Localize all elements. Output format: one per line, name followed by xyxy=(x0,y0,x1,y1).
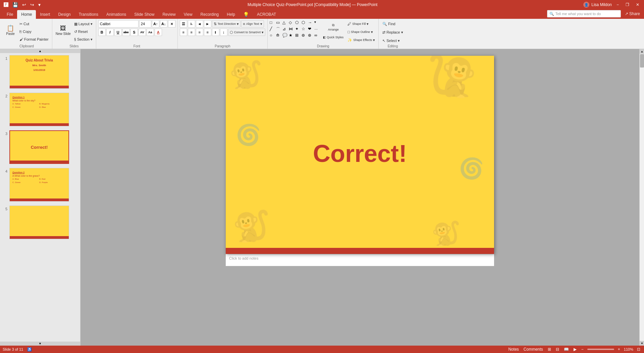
slide-item-1[interactable]: 1 Quiz About TriviaMrs. Smith1/31/2019 xyxy=(0,53,80,91)
zoom-in-button[interactable]: + xyxy=(617,347,621,352)
tab-review[interactable]: Review xyxy=(158,10,179,19)
decrease-font-button[interactable]: A↓ xyxy=(160,20,167,28)
shape-oval[interactable]: ○ xyxy=(270,33,276,39)
search-bar[interactable]: 🔍 Tell me what you want to do xyxy=(547,10,621,17)
italic-button[interactable]: I xyxy=(106,29,114,36)
tab-home[interactable]: Home xyxy=(17,10,36,19)
arrange-button[interactable]: ⧉ Arrange xyxy=(322,20,345,34)
increase-font-button[interactable]: A↑ xyxy=(152,20,159,28)
shape-custom5[interactable]: ❤ xyxy=(308,27,314,33)
align-center-button[interactable]: ≡ xyxy=(188,29,195,36)
slide-canvas[interactable]: 🐒 🐒 🐒 🐒 🌀 🌀 Correct! xyxy=(226,56,494,254)
shape-custom1[interactable]: ⊿ xyxy=(282,27,288,33)
scroll-track[interactable] xyxy=(640,54,644,341)
scroll-thumb[interactable] xyxy=(640,54,644,68)
slide-thumb-1[interactable]: Quiz About TriviaMrs. Smith1/31/2019 xyxy=(9,55,69,89)
tab-file[interactable]: File xyxy=(3,10,17,19)
slide-scroll-down[interactable]: ▼ xyxy=(0,342,80,346)
shape-diamond[interactable]: ◇ xyxy=(289,20,295,26)
save-quick-icon[interactable]: 💾 xyxy=(11,2,19,7)
reading-view-button[interactable]: 📖 xyxy=(563,347,570,352)
select-button[interactable]: ↖ Select ▾ xyxy=(381,37,401,44)
convert-smartart-button[interactable]: ⬡ Convert to SmartArt ▾ xyxy=(228,29,266,36)
section-button[interactable]: § Section ▾ xyxy=(73,36,94,43)
scroll-down-btn[interactable]: ▼ xyxy=(640,341,644,346)
shape-more[interactable]: ▾ xyxy=(314,20,320,26)
numbering-button[interactable]: 1. xyxy=(188,20,195,28)
slide-item-5[interactable]: 5 xyxy=(0,204,80,241)
shape-custom3[interactable]: ✦ xyxy=(295,27,301,33)
customize-qa-icon[interactable]: ▾ xyxy=(37,2,42,7)
shape-custom11[interactable]: ∞ xyxy=(314,33,320,39)
tab-slideshow[interactable]: Slide Show xyxy=(130,10,158,19)
notes-area[interactable]: Click to add notes xyxy=(226,254,494,266)
bullets-button[interactable]: ☰ xyxy=(180,20,187,28)
shape-custom2[interactable]: ⋈ xyxy=(289,27,295,33)
shape-triangle[interactable]: △ xyxy=(282,20,288,26)
increase-indent-button[interactable]: ► xyxy=(204,20,211,28)
strikethrough-button[interactable]: abc xyxy=(122,29,130,36)
shape-line[interactable]: ╱ xyxy=(270,27,276,33)
scroll-up-btn[interactable]: ▲ xyxy=(640,49,644,54)
undo-icon[interactable]: ↩ xyxy=(21,2,27,7)
columns-button[interactable]: ⫿ xyxy=(212,29,219,36)
find-button[interactable]: 🔍 Find xyxy=(381,20,397,28)
tab-view[interactable]: View xyxy=(180,10,197,19)
shape-outline-button[interactable]: □ Shape Outline ▾ xyxy=(346,28,376,36)
tab-insert[interactable]: Insert xyxy=(36,10,54,19)
restore-button[interactable]: ❐ xyxy=(624,2,631,8)
share-button[interactable]: ↗ Share xyxy=(621,9,644,18)
font-spacing-button[interactable]: AV xyxy=(139,29,146,36)
new-slide-button[interactable]: 🖼 New Slide xyxy=(54,20,72,40)
normal-view-button[interactable]: ⊞ xyxy=(547,347,552,352)
notes-button[interactable]: Notes xyxy=(507,347,520,352)
shape-star[interactable]: ★ xyxy=(289,33,295,39)
shape-custom9[interactable]: ⊚ xyxy=(302,33,308,39)
tab-transitions[interactable]: Transitions xyxy=(75,10,102,19)
text-direction-button[interactable]: ⇅ Text Direction ▾ xyxy=(212,20,241,28)
shape-custom6[interactable]: … xyxy=(314,27,320,33)
shape-rect[interactable]: □ xyxy=(270,20,276,26)
slide-sorter-button[interactable]: ⊟ xyxy=(555,347,560,352)
shadow-button[interactable]: S xyxy=(130,29,138,36)
shape-pentagon[interactable]: ⬠ xyxy=(295,20,301,26)
comments-button[interactable]: Comments xyxy=(523,347,544,352)
canvas-correct-text[interactable]: Correct! xyxy=(313,140,407,167)
font-color-button[interactable]: A xyxy=(155,29,162,36)
slide-thumb-3[interactable]: Correct! xyxy=(9,130,69,164)
shape-custom10[interactable]: ⊛ xyxy=(308,33,314,39)
shape-custom4[interactable]: ☆ xyxy=(302,27,308,33)
shape-custom8[interactable]: ⊞ xyxy=(295,33,301,39)
decrease-indent-button[interactable]: ◄ xyxy=(196,20,203,28)
tab-acrobat[interactable]: ACROBAT xyxy=(253,10,280,19)
slide-scroll-up[interactable]: ▲ xyxy=(0,49,80,53)
shape-hexagon[interactable]: ⬡ xyxy=(302,20,308,26)
clear-formatting-button[interactable]: ✕ xyxy=(168,20,175,28)
layout-button[interactable]: ▦ Layout ▾ xyxy=(73,20,94,28)
fit-slide-button[interactable]: ⊡ xyxy=(636,347,641,352)
replace-button[interactable]: ⇄ Replace ▾ xyxy=(381,29,405,36)
shape-arrow[interactable]: → xyxy=(308,20,314,26)
tab-help[interactable]: Help xyxy=(223,10,239,19)
slide-item-4[interactable]: 4 Question 2 A What color is the grass? … xyxy=(0,166,80,204)
underline-button[interactable]: U xyxy=(114,29,122,36)
redo-icon[interactable]: ↪ xyxy=(29,2,35,7)
reset-button[interactable]: ↺ Reset xyxy=(73,28,94,35)
minimize-button[interactable]: − xyxy=(614,2,621,8)
tab-recording[interactable]: Recording xyxy=(197,10,223,19)
quick-styles-button[interactable]: ◧ Quick Styles xyxy=(322,35,345,40)
shape-effects-button[interactable]: ✨ Shape Effects ▾ xyxy=(346,36,376,44)
bold-button[interactable]: B xyxy=(98,29,106,36)
shape-arc[interactable]: ⌒ xyxy=(276,27,282,33)
font-size-input[interactable] xyxy=(139,20,151,28)
shape-rounded-rect[interactable]: ▭ xyxy=(276,20,282,26)
shape-custom7[interactable]: ⟰ xyxy=(276,33,282,39)
zoom-out-button[interactable]: − xyxy=(580,347,585,352)
zoom-slider[interactable] xyxy=(587,349,614,350)
copy-button[interactable]: ⎘ Copy xyxy=(18,28,50,35)
format-painter-button[interactable]: 🖌 Format Painter xyxy=(18,36,50,43)
slide-thumb-4[interactable]: Question 2 A What color is the grass? A.… xyxy=(9,168,69,202)
slideshow-button[interactable]: ▶ xyxy=(573,347,578,352)
shape-callout[interactable]: 💬 xyxy=(282,33,288,39)
slide-thumb-5[interactable] xyxy=(9,206,69,239)
